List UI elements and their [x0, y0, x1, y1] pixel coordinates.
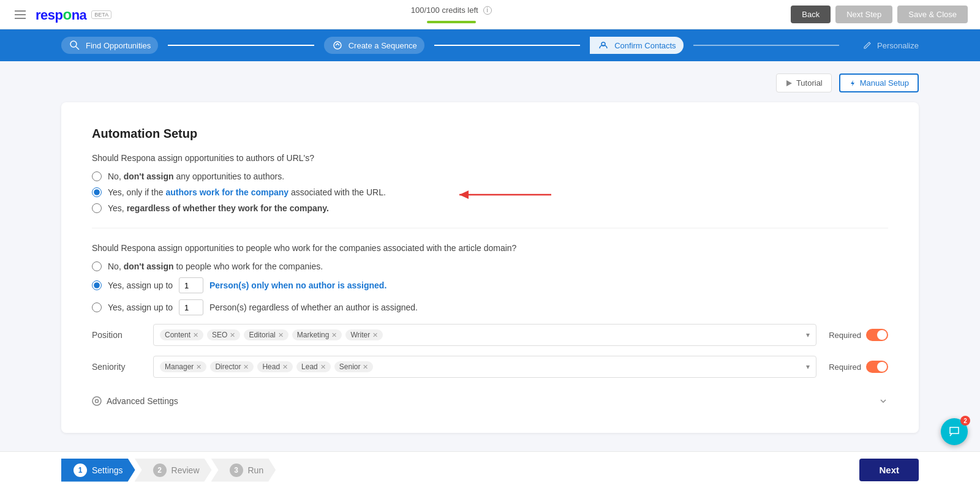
tag-marketing-remove[interactable]: ✕: [331, 331, 337, 339]
progress-step-confirm[interactable]: Confirm Contacts: [590, 37, 683, 54]
red-arrow: [447, 182, 557, 207]
card-title: Automation Setup: [92, 127, 888, 141]
tag-director: Director ✕: [210, 361, 254, 372]
tag-manager: Manager ✕: [160, 361, 206, 372]
tag-marketing: Marketing ✕: [292, 329, 342, 340]
position-select[interactable]: Content ✕ SEO ✕ Editorial ✕ Marketing ✕ …: [153, 324, 816, 346]
svg-point-8: [92, 397, 101, 405]
radio-option-1-2[interactable]: Yes, only if the authors work for the co…: [92, 187, 888, 197]
credits-bar-container: [427, 21, 476, 23]
info-icon[interactable]: i: [483, 6, 492, 15]
radio-group-2: No, don't assign to people who work for …: [92, 261, 888, 315]
progress-line-3: [693, 45, 839, 46]
action-buttons: Tutorial Manual Setup: [61, 73, 919, 92]
advanced-settings[interactable]: Advanced Settings: [92, 388, 888, 408]
question-1: Should Respona assign opportunities to a…: [92, 153, 888, 163]
lightning-icon: [849, 80, 856, 87]
svg-line-1: [76, 47, 79, 50]
tag-senior-remove[interactable]: ✕: [363, 363, 368, 371]
progress-step-find[interactable]: Find Opportunities: [61, 37, 158, 54]
tag-head-remove[interactable]: ✕: [282, 363, 288, 371]
radio-companies-no[interactable]: [92, 261, 102, 271]
svg-marker-5: [851, 80, 854, 86]
seniority-row: Seniority Manager ✕ Director ✕ Head ✕ Le…: [92, 356, 888, 378]
radio-companies-yes-regardless[interactable]: [92, 302, 102, 312]
position-label: Position: [92, 330, 141, 340]
persons-count-2[interactable]: [179, 299, 203, 315]
sequence-icon: [331, 39, 344, 51]
radio-option-2-1[interactable]: No, don't assign to people who work for …: [92, 261, 888, 271]
radio-option-2-3[interactable]: Yes, assign up to Person(s) regardless o…: [92, 299, 888, 315]
seniority-required: Required: [829, 361, 888, 373]
tag-content-remove[interactable]: ✕: [193, 331, 198, 339]
chevron-down-icon: [878, 396, 888, 406]
settings-icon: [92, 396, 102, 406]
beta-badge: BETA: [91, 10, 111, 19]
tag-manager-remove[interactable]: ✕: [196, 363, 202, 371]
svg-point-0: [70, 41, 77, 47]
step-find-label: Find Opportunities: [86, 41, 151, 50]
chat-icon: [948, 425, 961, 438]
seniority-dropdown-arrow[interactable]: ▾: [806, 362, 810, 371]
tag-seo-remove[interactable]: ✕: [230, 331, 235, 339]
tag-lead-remove[interactable]: ✕: [320, 363, 326, 371]
progress-line-1: [168, 45, 314, 46]
position-dropdown-arrow[interactable]: ▾: [806, 331, 810, 339]
logo-text: respona: [36, 6, 86, 23]
header-left: respona BETA: [12, 6, 111, 23]
tag-head: Head ✕: [257, 361, 293, 372]
chat-widget[interactable]: 2: [941, 418, 968, 445]
svg-point-9: [96, 400, 99, 403]
credits-text: 100/100 credits left: [411, 6, 478, 15]
radio-authors-yes-company[interactable]: [92, 187, 102, 197]
seniority-required-toggle[interactable]: [866, 361, 888, 373]
contacts-icon: [597, 39, 609, 51]
radio-option-1-1[interactable]: No, don't assign any opportunities to au…: [92, 171, 888, 181]
seniority-label: Seniority: [92, 362, 141, 372]
svg-marker-7: [459, 190, 469, 199]
progress-steps: Find Opportunities Create a Sequence Con…: [61, 37, 919, 54]
tag-writer: Writer ✕: [345, 329, 383, 340]
chat-badge: 2: [960, 416, 970, 426]
seniority-select[interactable]: Manager ✕ Director ✕ Head ✕ Lead ✕ Senio…: [153, 356, 816, 378]
svg-marker-4: [786, 80, 792, 86]
persons-count-1[interactable]: [179, 277, 203, 293]
credits-display: 100/100 credits left i: [411, 6, 492, 23]
tag-seo: SEO ✕: [207, 329, 240, 340]
step-confirm-label: Confirm Contacts: [614, 41, 676, 50]
tag-senior: Senior ✕: [334, 361, 374, 372]
svg-point-2: [334, 42, 341, 49]
tag-editorial: Editorial ✕: [244, 329, 288, 340]
tutorial-button[interactable]: Tutorial: [776, 73, 832, 92]
step-personalize-label: Personalize: [877, 41, 919, 50]
manual-setup-button[interactable]: Manual Setup: [839, 73, 919, 92]
automation-setup-card: Automation Setup Should Respona assign o…: [61, 102, 919, 433]
radio-option-2-2[interactable]: Yes, assign up to Person(s) only when no…: [92, 277, 888, 293]
radio-group-1: No, don't assign any opportunities to au…: [92, 171, 888, 213]
back-button[interactable]: Back: [791, 6, 831, 23]
position-required-toggle[interactable]: [866, 329, 888, 341]
progress-bar: Find Opportunities Create a Sequence Con…: [0, 29, 980, 61]
tag-director-remove[interactable]: ✕: [243, 363, 249, 371]
step-sequence-label: Create a Sequence: [349, 41, 417, 50]
search-icon: [69, 39, 81, 51]
tag-editorial-remove[interactable]: ✕: [278, 331, 284, 339]
position-required-label: Required: [829, 331, 861, 340]
radio-authors-yes-regardless[interactable]: [92, 203, 102, 213]
progress-step-sequence[interactable]: Create a Sequence: [324, 37, 424, 54]
tag-writer-remove[interactable]: ✕: [372, 331, 378, 339]
position-row: Position Content ✕ SEO ✕ Editorial ✕ Mar…: [92, 324, 888, 346]
progress-step-personalize[interactable]: Personalize: [861, 39, 919, 51]
tag-lead: Lead ✕: [296, 361, 331, 372]
header: respona BETA 100/100 credits left i Back…: [0, 0, 980, 29]
seniority-required-label: Required: [829, 362, 861, 372]
next-step-button[interactable]: Next Step: [835, 6, 892, 23]
credits-bar: [427, 21, 476, 23]
header-right: Back Next Step Save & Close: [791, 6, 968, 23]
hamburger-menu[interactable]: [12, 8, 28, 21]
progress-line-2: [434, 45, 580, 46]
radio-companies-yes-no-author[interactable]: [92, 280, 102, 290]
position-required: Required: [829, 329, 888, 341]
radio-authors-no[interactable]: [92, 171, 102, 181]
save-close-button[interactable]: Save & Close: [897, 6, 968, 23]
